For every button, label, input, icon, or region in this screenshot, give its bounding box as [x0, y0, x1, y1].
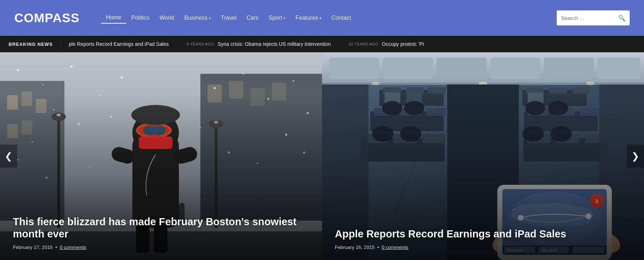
- nav-home[interactable]: Home: [101, 12, 126, 24]
- breaking-age-2: 9 YEARS AGO: [187, 42, 214, 46]
- nav-travel[interactable]: Travel: [216, 13, 241, 23]
- nav-business[interactable]: Business ▾: [179, 13, 216, 23]
- nav-cars[interactable]: Cars: [241, 13, 264, 23]
- hero-meta-blizzard: February 17, 2015 • 0 comments: [13, 245, 309, 250]
- hero-panel-blizzard[interactable]: This fierce blizzard has made February B…: [0, 52, 322, 260]
- breaking-item-3[interactable]: 10 YEARS AGO Occupy protest: 'Pi: [348, 41, 424, 47]
- hero-comments-blizzard[interactable]: 0 comments: [60, 245, 86, 250]
- main-nav: Home Politics World Business ▾ Travel Ca…: [101, 12, 557, 24]
- header: COMPASS Home Politics World Business ▾ T…: [0, 0, 644, 36]
- hero-date-blizzard: February 17, 2015: [13, 245, 53, 250]
- search-input[interactable]: [557, 12, 614, 24]
- hero-panel-apple[interactable]: 3 SFO 11:00 JFK 19:20 Apple Reports Reco…: [322, 52, 644, 260]
- hero-meta-apple: February 16, 2015 • 0 comments: [335, 245, 631, 250]
- hero-caption-apple: Apple Reports Record Earnings and iPad S…: [322, 218, 644, 260]
- breaking-headline-1: ple Reports Record Earnings and iPad Sal…: [69, 41, 169, 47]
- hero-caption-blizzard: This fierce blizzard has made February B…: [0, 206, 322, 260]
- breaking-item-2[interactable]: 9 YEARS AGO Syria crisis: Obama rejects …: [187, 41, 331, 47]
- nav-sport[interactable]: Sport ▾: [264, 13, 291, 23]
- chevron-down-icon: ▾: [284, 16, 286, 20]
- search-button[interactable]: 🔍: [614, 12, 630, 24]
- nav-world[interactable]: World: [155, 13, 180, 23]
- breaking-age-3: 10 YEARS AGO: [348, 42, 378, 46]
- chevron-down-icon: ▾: [209, 16, 211, 20]
- nav-features[interactable]: Features ▾: [291, 13, 326, 23]
- dot-separator: •: [55, 245, 57, 250]
- site-logo[interactable]: COMPASS: [14, 11, 79, 25]
- dot-separator-2: •: [377, 245, 379, 250]
- slider-prev-button[interactable]: ❮: [0, 145, 17, 168]
- chevron-down-icon: ▾: [319, 16, 321, 20]
- slider-next-button[interactable]: ❯: [627, 145, 644, 168]
- hero-slider: This fierce blizzard has made February B…: [0, 52, 644, 260]
- hero-comments-apple[interactable]: 0 comments: [382, 245, 408, 250]
- breaking-news-bar: BREAKING NEWS ple Reports Record Earning…: [0, 36, 644, 52]
- hero-title-blizzard: This fierce blizzard has made February B…: [13, 216, 309, 240]
- nav-politics[interactable]: Politics: [126, 13, 155, 23]
- hero-title-apple: Apple Reports Record Earnings and iPad S…: [335, 228, 631, 240]
- breaking-headline-3: Occupy protest: 'Pi: [382, 41, 424, 47]
- nav-contact[interactable]: Contact: [326, 13, 356, 23]
- breaking-item-1[interactable]: ple Reports Record Earnings and iPad Sal…: [69, 41, 169, 47]
- search-box: 🔍: [557, 10, 630, 25]
- hero-date-apple: February 16, 2015: [335, 245, 375, 250]
- breaking-headline-2: Syria crisis: Obama rejects US military …: [218, 41, 331, 47]
- breaking-news-items: ple Reports Record Earnings and iPad Sal…: [62, 41, 431, 47]
- breaking-news-label: BREAKING NEWS: [0, 36, 62, 52]
